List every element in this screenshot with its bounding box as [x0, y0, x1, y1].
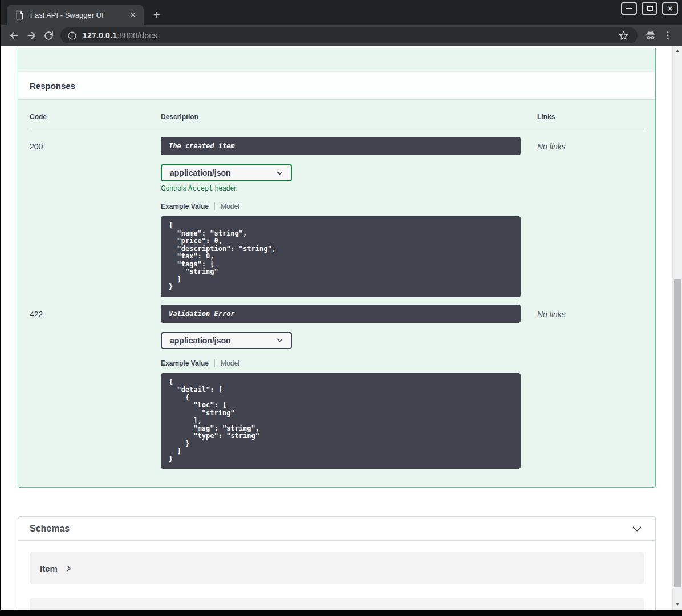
page-content: Responses Code Description Links 200 The…	[0, 46, 682, 610]
example-json-200: { "name": "string", "price": 0, "descrip…	[161, 216, 521, 297]
example-json-422: { "detail": [ { "loc": [ "string" ], "ms…	[161, 373, 521, 469]
media-type-select[interactable]: application/json	[161, 332, 292, 349]
close-button[interactable]: ×	[662, 2, 678, 15]
url-host: 127.0.0.1	[83, 31, 117, 40]
close-icon: ×	[668, 5, 672, 13]
schemas-title: Schemas	[30, 524, 70, 534]
browser-toolbar: 127.0.0.1:8000/docs	[0, 25, 682, 46]
address-bar[interactable]: 127.0.0.1:8000/docs	[60, 27, 638, 43]
minimize-icon	[626, 8, 632, 9]
col-header-description: Description	[161, 113, 537, 121]
titlebar: Fast API - Swagger UI × + ×	[0, 0, 682, 25]
reload-icon	[43, 30, 54, 41]
browser-menu-button[interactable]	[659, 27, 676, 44]
tab-separator	[214, 359, 215, 367]
response-description: The created item	[161, 137, 521, 155]
chevron-down-icon	[631, 522, 643, 535]
chevron-down-icon	[275, 336, 284, 345]
response-description-cell: The created item application/json Contro…	[161, 137, 537, 297]
maximize-icon	[647, 6, 653, 11]
media-type-select[interactable]: application/json	[161, 164, 292, 181]
forward-icon	[26, 30, 37, 41]
tab-separator	[214, 202, 215, 210]
browser-tab[interactable]: Fast API - Swagger UI ×	[7, 5, 144, 25]
accept-note-prefix: Controls	[161, 184, 188, 192]
url-text: 127.0.0.1:8000/docs	[83, 31, 157, 40]
opblock-spacer	[18, 48, 655, 72]
url-path: :8000/docs	[117, 31, 157, 40]
response-links: No links	[537, 305, 644, 469]
responses-title: Responses	[30, 81, 75, 91]
chevron-down-icon	[275, 169, 284, 177]
incognito-icon	[644, 29, 657, 42]
vertical-scrollbar[interactable]: ▲ ▼	[672, 46, 682, 610]
forward-button[interactable]	[23, 27, 40, 44]
accept-note-mono: Accept	[188, 184, 213, 192]
post-operation-block: Responses Code Description Links 200 The…	[18, 48, 656, 488]
schemas-body: Item ValidationError	[18, 541, 655, 610]
tab-close-icon[interactable]: ×	[128, 10, 138, 20]
tab-model[interactable]: Model	[221, 359, 239, 367]
accept-header-note: Controls Accept header.	[161, 184, 521, 192]
incognito-indicator	[642, 27, 659, 44]
responses-section-header: Responses	[18, 72, 655, 99]
example-model-tabs: Example Value Model	[161, 359, 521, 367]
responses-table: Code Description Links 200 The created i…	[18, 99, 655, 480]
response-row-200: 200 The created item application/json Co…	[30, 129, 644, 297]
tab-model[interactable]: Model	[221, 202, 239, 210]
example-model-tabs: Example Value Model	[161, 202, 521, 210]
tab-example-value[interactable]: Example Value	[161, 202, 209, 210]
response-code: 200	[30, 137, 161, 297]
new-tab-button[interactable]: +	[148, 6, 165, 23]
tab-title: Fast API - Swagger UI	[30, 11, 128, 19]
model-name: ValidationError	[40, 610, 102, 611]
window-controls: ×	[621, 2, 678, 15]
response-links: No links	[537, 137, 644, 297]
col-header-links: Links	[537, 113, 644, 121]
reload-button[interactable]	[40, 27, 57, 44]
tab-example-value[interactable]: Example Value	[161, 359, 209, 367]
info-icon	[67, 31, 77, 40]
media-type-value: application/json	[170, 336, 231, 345]
accept-note-suffix: header.	[213, 184, 237, 192]
response-description: Validation Error	[161, 305, 521, 323]
scroll-up-arrow-icon[interactable]: ▲	[673, 47, 682, 54]
window-bottom-edge	[0, 610, 682, 616]
response-row-422: 422 Validation Error application/json Ex…	[30, 297, 644, 469]
document-icon	[15, 10, 24, 20]
scrollbar-thumb[interactable]	[674, 279, 681, 587]
browser-window: Fast API - Swagger UI × + × 127.0.0.1:80…	[0, 0, 682, 616]
responses-table-head: Code Description Links	[30, 107, 644, 129]
media-type-value: application/json	[170, 168, 231, 177]
col-header-code: Code	[30, 113, 161, 121]
maximize-button[interactable]	[642, 2, 657, 15]
star-icon	[618, 30, 629, 41]
schemas-section: Schemas Item ValidationError	[18, 516, 656, 610]
model-item[interactable]: Item	[30, 552, 644, 584]
response-code: 422	[30, 305, 161, 469]
scroll-down-arrow-icon[interactable]: ▼	[673, 601, 682, 608]
response-description-cell: Validation Error application/json Exampl…	[161, 305, 537, 469]
chevron-right-icon	[65, 565, 72, 572]
model-validationerror[interactable]: ValidationError	[30, 598, 644, 610]
kebab-menu-icon	[663, 30, 673, 40]
back-button[interactable]	[6, 27, 23, 44]
minimize-button[interactable]	[621, 2, 637, 15]
bookmark-star-button[interactable]	[615, 27, 632, 44]
schemas-header[interactable]: Schemas	[18, 517, 655, 541]
model-name: Item	[40, 564, 58, 573]
back-icon	[9, 30, 20, 41]
